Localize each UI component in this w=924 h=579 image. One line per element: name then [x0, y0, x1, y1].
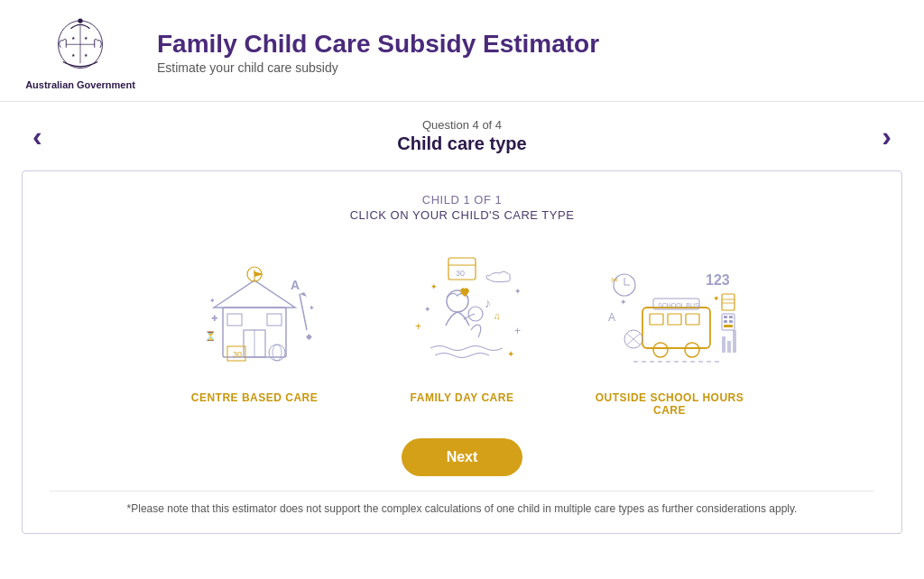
- svg-rect-12: [267, 314, 282, 326]
- question-title: Child care type: [397, 133, 526, 154]
- centre-based-care-label: CENTRE BASED CARE: [191, 391, 319, 404]
- svg-text:✦: ✦: [713, 294, 720, 303]
- svg-text:★: ★: [71, 35, 76, 41]
- svg-text:✦: ✦: [309, 304, 315, 312]
- title-area: Family Child Care Subsidy Estimator Esti…: [157, 30, 599, 75]
- svg-text:SCHOOL BUS: SCHOOL BUS: [658, 302, 699, 308]
- svg-point-35: [468, 307, 483, 321]
- family-day-care-label: FAMILY DAY CARE: [411, 391, 514, 404]
- care-type-family-day[interactable]: 30 ♪ ♫ ✦ ✦: [372, 240, 552, 417]
- svg-text:✦: ✦: [507, 349, 514, 359]
- question-info: Question 4 of 4 Child care type: [397, 118, 526, 154]
- page-subtitle: Estimate your child care subsidy: [157, 60, 599, 75]
- svg-text:✦: ✦: [514, 287, 522, 296]
- svg-text:30: 30: [456, 269, 465, 278]
- svg-rect-61: [724, 316, 727, 318]
- child-heading: CHILD 1 OF 1 CLICK ON YOUR CHILD'S CARE …: [50, 193, 874, 222]
- svg-point-22: [269, 345, 285, 361]
- svg-text:✦: ✦: [430, 282, 438, 291]
- main-card: CHILD 1 OF 1 CLICK ON YOUR CHILD'S CARE …: [22, 170, 902, 534]
- svg-marker-30: [254, 271, 263, 277]
- svg-point-1: [78, 18, 82, 23]
- page-title: Family Child Care Subsidy Estimator: [157, 30, 599, 59]
- child-count-label: CHILD 1 OF 1: [50, 193, 874, 207]
- disclaimer-text: *Please note that this estimator does no…: [50, 491, 874, 515]
- svg-rect-64: [729, 320, 733, 323]
- svg-rect-57: [722, 294, 735, 310]
- svg-text:A: A: [608, 311, 615, 324]
- outside-school-hours-care-illustration: SCHOOL BUS 123: [588, 240, 751, 384]
- outside-school-hours-care-label: OUTSIDE SCHOOL HOURS CARE: [579, 391, 760, 417]
- svg-text:◆: ◆: [306, 332, 312, 341]
- svg-text:✦: ✦: [209, 297, 216, 305]
- svg-text:30: 30: [233, 350, 242, 359]
- next-button[interactable]: Next: [402, 438, 523, 476]
- svg-text:123: 123: [706, 272, 730, 288]
- svg-rect-47: [686, 314, 699, 325]
- svg-text:✂: ✂: [611, 275, 618, 285]
- logo-area: ★ ★ ★ ★ Australian Government: [22, 14, 139, 90]
- svg-rect-67: [727, 341, 731, 353]
- svg-text:✚: ✚: [211, 314, 218, 323]
- svg-text:♫: ♫: [494, 311, 501, 321]
- svg-text:★: ★: [84, 52, 88, 58]
- svg-rect-65: [724, 325, 733, 327]
- svg-rect-45: [650, 314, 663, 325]
- svg-text:✦: ✦: [620, 298, 627, 307]
- coat-of-arms-icon: ★ ★ ★ ★: [49, 14, 112, 78]
- svg-rect-11: [227, 314, 242, 326]
- question-count: Question 4 of 4: [397, 118, 526, 132]
- svg-rect-68: [733, 330, 736, 353]
- svg-marker-9: [214, 280, 295, 308]
- navigation-row: ‹ Question 4 of 4 Child care type ›: [0, 102, 924, 163]
- svg-rect-63: [724, 320, 727, 323]
- next-arrow-button[interactable]: ›: [867, 113, 906, 161]
- svg-text:★: ★: [71, 52, 76, 58]
- prev-arrow-button[interactable]: ‹: [18, 113, 57, 161]
- svg-text:★: ★: [84, 35, 88, 41]
- svg-rect-66: [722, 336, 725, 353]
- svg-text:⏳: ⏳: [205, 330, 217, 342]
- svg-rect-62: [729, 316, 733, 318]
- svg-text:♪: ♪: [485, 296, 491, 310]
- svg-text:A: A: [291, 278, 300, 292]
- care-type-outside-school[interactable]: SCHOOL BUS 123: [579, 240, 760, 417]
- child-instruction-label: CLICK ON YOUR CHILD'S CARE TYPE: [50, 208, 874, 222]
- svg-point-23: [273, 345, 282, 361]
- next-button-container: Next: [50, 438, 874, 476]
- org-name-label: Australian Government: [25, 79, 135, 90]
- svg-point-48: [653, 343, 668, 357]
- svg-line-20: [300, 294, 307, 330]
- svg-rect-46: [668, 314, 681, 325]
- care-types-container: A 30 ✦ ✦ ⏳ ✚ ◆ CENTRE: [50, 240, 874, 417]
- family-day-care-illustration: 30 ♪ ♫ ✦ ✦: [381, 240, 543, 384]
- care-type-centre-based[interactable]: A 30 ✦ ✦ ⏳ ✚ ◆ CENTRE: [164, 240, 345, 417]
- centre-based-care-illustration: A 30 ✦ ✦ ⏳ ✚ ◆: [173, 240, 336, 384]
- svg-text:+: +: [514, 325, 521, 337]
- svg-point-49: [685, 343, 699, 357]
- svg-text:+: +: [415, 320, 421, 333]
- header: ★ ★ ★ ★ Australian Government Family Chi…: [0, 0, 924, 102]
- svg-text:✦: ✦: [424, 305, 431, 314]
